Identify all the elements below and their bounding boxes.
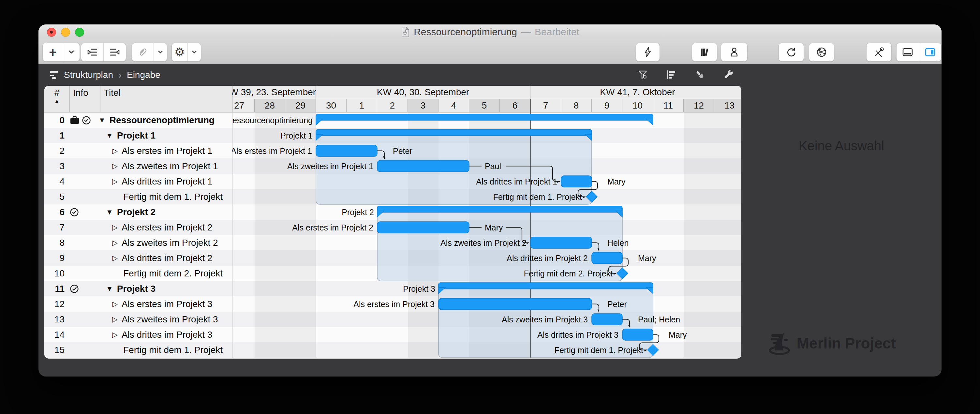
table-row[interactable]: 12 ▷Als erstes im Projekt 3: [45, 296, 232, 312]
disclosure-leaf-icon[interactable]: ▷: [112, 223, 118, 232]
tools-button[interactable]: [866, 43, 892, 62]
row-title-cell: ▷Als drittes im Projekt 3: [95, 330, 232, 340]
row-number: 1: [45, 131, 65, 141]
disclosure-leaf-icon[interactable]: ▷: [112, 315, 118, 324]
gear-icon: ⚙: [174, 46, 185, 58]
nonworking-day-band: [714, 113, 741, 358]
indent-button[interactable]: [81, 43, 103, 61]
task-bar[interactable]: [377, 222, 469, 233]
table-row[interactable]: 8 ▷Als zweites im Projekt 2: [45, 235, 232, 250]
outdent-button[interactable]: [103, 43, 126, 61]
filter-button[interactable]: [637, 69, 649, 81]
table-row[interactable]: 3 ▷Als zweites im Projekt 1: [45, 158, 232, 174]
breadcrumb-item-view[interactable]: Strukturplan: [64, 70, 113, 80]
task-bar[interactable]: [592, 314, 622, 325]
table-row[interactable]: 9 ▷Als drittes im Projekt 2: [45, 250, 232, 266]
column-header-title[interactable]: Titel: [100, 86, 232, 112]
disclosure-leaf-icon[interactable]: ▷: [112, 254, 118, 263]
row-number: 4: [45, 176, 65, 187]
day-header: 4: [439, 99, 469, 113]
task-bar[interactable]: [316, 145, 377, 156]
disclosure-leaf-icon[interactable]: ▷: [112, 162, 118, 170]
table-row[interactable]: 10 Fertig mit dem 2. Projekt: [45, 266, 232, 281]
row-title-cell: ▷Als erstes im Projekt 2: [95, 222, 232, 233]
timeline-header[interactable]: KW 39, 23. September272829KW 40, 30. Sep…: [232, 86, 741, 113]
task-bar[interactable]: [622, 329, 653, 340]
format-button[interactable]: [694, 69, 706, 81]
merlin-project-window: Ressourcenoptimierung — Bearbeitet +: [38, 24, 942, 376]
attach-options-button[interactable]: [154, 43, 167, 61]
disclosure-leaf-icon[interactable]: ▷: [112, 239, 118, 247]
disclosure-open-icon[interactable]: ▼: [99, 116, 106, 124]
outline-options-button[interactable]: [666, 69, 678, 81]
breadcrumb-separator: ›: [118, 69, 122, 81]
table-row[interactable]: 15 Fertig mit dem 1. Projekt: [45, 342, 232, 358]
column-header-number[interactable]: # ▲: [45, 86, 70, 112]
actions-button[interactable]: [636, 43, 660, 62]
view-settings-button[interactable]: [723, 69, 735, 81]
breadcrumb-item-mode[interactable]: Eingabe: [127, 70, 161, 80]
settings-options-button[interactable]: [188, 43, 201, 61]
row-title-cell: ▷Als drittes im Projekt 2: [95, 253, 232, 263]
settings-button[interactable]: ⚙: [172, 43, 188, 61]
table-row[interactable]: 11 ▼Projekt 3: [45, 281, 232, 296]
task-bar[interactable]: [592, 252, 622, 264]
library-button[interactable]: [692, 43, 717, 62]
gantt-row-label: Als drittes im Projekt 2: [507, 254, 588, 263]
settings-group: ⚙: [172, 43, 201, 62]
table-row[interactable]: 13 ▷Als zweites im Projekt 3: [45, 312, 232, 327]
gantt-row-label: Fertig mit dem 2. Projekt: [524, 269, 612, 278]
publish-button[interactable]: [809, 43, 834, 62]
bolt-icon: [642, 47, 653, 58]
row-title: Ressourcenoptimierung: [110, 115, 215, 126]
gantt-row-label: Als drittes im Projekt 3: [537, 330, 619, 339]
row-number: 10: [45, 268, 65, 279]
inspector-empty-state: Keine Auswahl: [741, 139, 942, 153]
row-title: Als drittes im Projekt 2: [122, 253, 213, 263]
table-row[interactable]: 14 ▷Als drittes im Projekt 3: [45, 327, 232, 342]
clock-check-icon: [70, 208, 79, 217]
task-bar[interactable]: [439, 298, 592, 310]
toggle-bottom-panel-button[interactable]: [897, 43, 919, 61]
task-bar[interactable]: [377, 160, 469, 172]
breadcrumb: Strukturplan › Eingabe: [49, 64, 161, 86]
day-header: 11: [653, 99, 684, 113]
table-row[interactable]: 4 ▷Als drittes im Projekt 1: [45, 174, 232, 189]
table-row[interactable]: 7 ▷Als erstes im Projekt 2: [45, 220, 232, 235]
clock-check-icon: [82, 116, 91, 125]
disclosure-open-icon[interactable]: ▼: [106, 285, 113, 293]
row-title: Fertig mit dem 2. Projekt: [123, 268, 223, 279]
outdent-icon: [109, 47, 120, 58]
sync-button[interactable]: [778, 43, 804, 62]
attach-button[interactable]: [132, 43, 154, 61]
table-row[interactable]: 2 ▷Als erstes im Projekt 1: [45, 143, 232, 158]
day-header: 28: [255, 99, 285, 113]
task-bar[interactable]: [561, 176, 592, 187]
table-row[interactable]: 0 ▼Ressourcenoptimierung: [45, 113, 232, 128]
disclosure-leaf-icon[interactable]: ▷: [112, 300, 118, 308]
toggle-right-panel-button[interactable]: [919, 43, 941, 61]
row-title: Projekt 2: [117, 207, 156, 217]
globe-network-icon: [816, 46, 827, 58]
column-header-info[interactable]: Info: [70, 86, 100, 112]
disclosure-leaf-icon[interactable]: ▷: [112, 177, 118, 186]
table-row[interactable]: 1 ▼Projekt 1: [45, 128, 232, 143]
table-row[interactable]: 6 ▼Projekt 2: [45, 204, 232, 220]
day-header: 7: [530, 99, 561, 113]
disclosure-leaf-icon[interactable]: ▷: [112, 147, 118, 155]
row-title: Projekt 1: [117, 131, 156, 141]
gantt-chart: RessourcenoptimierungProjekt 1Als erstes…: [232, 113, 741, 358]
sort-ascending-icon: ▲: [45, 98, 70, 105]
disclosure-open-icon[interactable]: ▼: [106, 131, 113, 140]
app-watermark-label: Merlin Project: [797, 334, 896, 352]
disclosure-open-icon[interactable]: ▼: [106, 208, 113, 217]
resources-button[interactable]: [721, 43, 748, 62]
disclosure-leaf-icon[interactable]: ▷: [112, 331, 118, 339]
window-chrome: Ressourcenoptimierung — Bearbeitet +: [38, 24, 942, 64]
task-bar[interactable]: [530, 237, 592, 248]
add-options-button[interactable]: [63, 43, 80, 61]
table-row[interactable]: 5 Fertig mit dem 1. Projekt: [45, 189, 232, 204]
row-title-cell: ▼Projekt 2: [95, 207, 232, 217]
add-button[interactable]: +: [43, 43, 63, 61]
sync-arrows-icon: [785, 46, 797, 58]
